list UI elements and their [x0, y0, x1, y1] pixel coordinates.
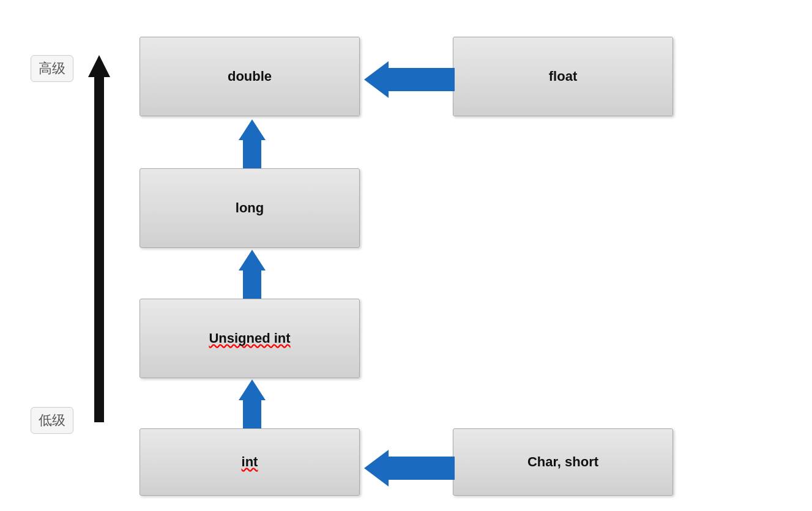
box-float: float: [453, 37, 673, 116]
box-long: long: [140, 168, 360, 248]
arrow-shaft: [243, 140, 261, 168]
box-char-short: Char, short: [453, 428, 673, 496]
arrow-head: [239, 250, 266, 270]
vertical-arrow-shaft: [94, 77, 104, 422]
arrow-head: [364, 61, 389, 98]
arrow-head: [364, 450, 389, 487]
diagram: 高级 低级 double float long Unsigned int: [0, 0, 812, 511]
box-int: int: [140, 428, 360, 496]
arrow-long-to-double: [239, 119, 266, 168]
arrow-body: [389, 457, 455, 480]
arrow-head: [239, 379, 266, 400]
vertical-arrow-head: [88, 55, 110, 77]
vertical-level-arrow: [91, 55, 108, 422]
arrow-body: [389, 68, 455, 91]
box-unsigned-int: Unsigned int: [140, 299, 360, 378]
arrow-float-to-double: [364, 61, 455, 98]
arrow-unsigned-to-long: [239, 250, 266, 299]
arrow-int-to-unsigned: [239, 379, 266, 428]
arrow-shaft: [243, 400, 261, 428]
high-level-label: 高级: [31, 55, 73, 82]
box-double: double: [140, 37, 360, 116]
arrow-head: [239, 119, 266, 140]
arrow-shaft: [243, 270, 261, 299]
arrow-char-to-int: [364, 450, 455, 487]
low-level-label: 低级: [31, 407, 73, 434]
